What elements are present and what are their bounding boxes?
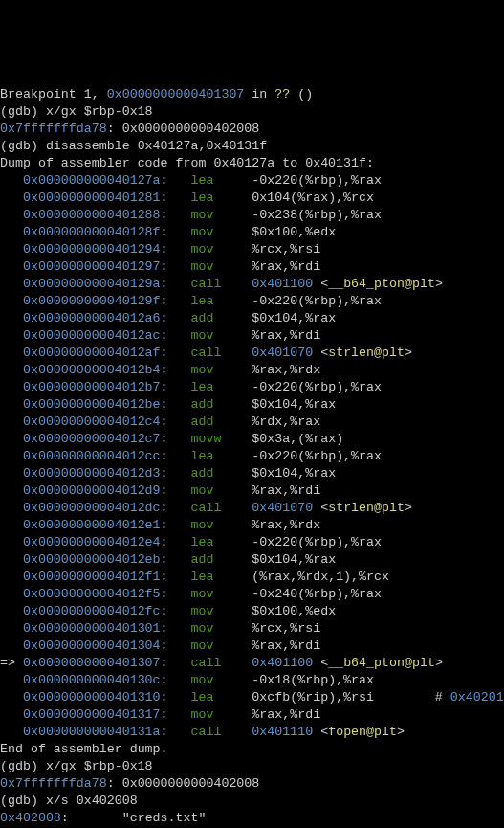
instruction-mnemonic: add	[191, 311, 222, 325]
instruction-address: 0x00000000004012ac	[23, 328, 161, 343]
asm-line: 0x000000000040129a: call 0x401100 <__b64…	[0, 276, 504, 293]
asm-line: 0x0000000000401281: lea 0x104(%rax),%rcx	[0, 190, 504, 207]
asm-line: 0x00000000004012eb: add $0x104,%rax	[0, 551, 504, 569]
instruction-operands: -0x220(%rbp),%rax	[252, 380, 382, 394]
instruction-gutter	[0, 449, 23, 463]
instruction-mnemonic: mov	[191, 621, 222, 636]
asm-line: 0x0000000000401310: lea 0xcfb(%rip),%rsi…	[0, 689, 504, 706]
instruction-mnemonic: lea	[191, 535, 222, 549]
asm-line: 0x00000000004012fc: mov $0x100,%edx	[0, 603, 504, 620]
disassembly-header: Dump of assembler code from 0x40127a to …	[0, 156, 374, 170]
memory-read-line: 0x402008: "creds.txt"	[0, 810, 504, 827]
terminal-output: Breakpoint 1, 0x0000000000401307 in ?? (…	[0, 86, 504, 828]
gdb-command: x/gx $rbp-0x18	[46, 104, 153, 119]
asm-line: 0x000000000040130c: mov -0x18(%rbp),%rax	[0, 672, 504, 689]
asm-line: 0x0000000000401297: mov %rax,%rdi	[0, 258, 504, 276]
instruction-mnemonic: lea	[191, 449, 222, 463]
instruction-operands: $0x3a,(%rax)	[252, 432, 343, 446]
instruction-operands: -0x220(%rbp),%rax	[252, 294, 382, 308]
instruction-mnemonic: call	[191, 725, 222, 739]
gdb-command-line: (gdb) x/gx $rbp-0x18	[0, 103, 504, 121]
instruction-gutter	[0, 414, 23, 429]
gdb-command: x/s 0x402008	[46, 794, 138, 808]
instruction-gutter	[0, 432, 23, 446]
disassembly-header-line: Dump of assembler code from 0x40127a to …	[0, 155, 504, 172]
call-target-address: 0x401100	[252, 277, 313, 291]
asm-line: 0x00000000004012cc: lea -0x220(%rbp),%ra…	[0, 448, 504, 465]
call-target-symbol: fopen@plt	[328, 725, 397, 739]
gdb-prompt: (gdb)	[0, 759, 46, 773]
instruction-gutter	[0, 311, 23, 325]
instruction-address: 0x00000000004012be	[23, 397, 161, 412]
instruction-address: 0x0000000000401281	[23, 190, 161, 205]
instruction-gutter	[0, 604, 23, 618]
instruction-mnemonic: mov	[191, 587, 222, 601]
instruction-mnemonic: mov	[191, 225, 222, 239]
call-target-address: 0x401100	[252, 656, 313, 670]
instruction-operands: %rax,%rdi	[252, 707, 320, 722]
instruction-address: 0x00000000004012f5	[23, 587, 161, 601]
instruction-mnemonic: mov	[191, 242, 222, 257]
instruction-operands: %rax,%rdi	[252, 483, 320, 498]
instruction-operands: -0x220(%rbp),%rax	[252, 535, 382, 549]
instruction-gutter	[0, 621, 23, 636]
memory-address: 0x402008	[0, 811, 61, 825]
instruction-address: 0x000000000040129f	[23, 294, 161, 308]
instruction-operands: (%rax,%rdx,1),%rcx	[252, 570, 389, 584]
gdb-command: x/gx $rbp-0x18	[46, 759, 153, 773]
current-instruction-marker: =>	[0, 656, 23, 670]
instruction-address: 0x0000000000401288	[23, 208, 161, 222]
memory-value: : 0x0000000000402008	[107, 122, 260, 136]
instruction-operands: %rax,%rdi	[252, 259, 320, 274]
instruction-mnemonic: lea	[191, 380, 222, 394]
instruction-gutter	[0, 346, 23, 360]
instruction-gutter	[0, 638, 23, 653]
instruction-address: 0x00000000004012af	[23, 346, 161, 360]
asm-line: 0x00000000004012be: add $0x104,%rax	[0, 396, 504, 414]
instruction-operands: -0x240(%rbp),%rax	[252, 587, 382, 601]
instruction-mnemonic: call	[191, 501, 222, 515]
instruction-address: 0x000000000040128f	[23, 225, 161, 239]
asm-line: 0x000000000040127a: lea -0x220(%rbp),%ra…	[0, 172, 504, 190]
call-target-address: 0x401070	[252, 501, 313, 515]
instruction-mnemonic: mov	[191, 483, 222, 498]
instruction-mnemonic: lea	[191, 294, 222, 308]
gdb-prompt: (gdb)	[0, 104, 46, 119]
asm-line: 0x00000000004012e4: lea -0x220(%rbp),%ra…	[0, 534, 504, 551]
instruction-address: 0x0000000000401301	[23, 621, 161, 636]
instruction-operands: $0x100,%edx	[252, 604, 336, 618]
asm-line: 0x000000000040129f: lea -0x220(%rbp),%ra…	[0, 293, 504, 310]
asm-line: 0x0000000000401317: mov %rax,%rdi	[0, 706, 504, 724]
instruction-operands: $0x104,%rax	[252, 311, 336, 325]
instruction-mnemonic: movw	[191, 432, 222, 446]
instruction-address: 0x000000000040129a	[23, 277, 161, 291]
instruction-gutter	[0, 690, 23, 705]
call-target-address: 0x401070	[252, 346, 313, 360]
instruction-mnemonic: lea	[191, 190, 222, 205]
instruction-mnemonic: call	[191, 346, 222, 360]
instruction-gutter	[0, 190, 23, 205]
unknown-symbol: ??	[274, 87, 290, 101]
call-target-symbol: strlen@plt	[328, 501, 405, 515]
instruction-operands: -0x18(%rbp),%rax	[252, 673, 374, 687]
call-target-symbol: __b64_pton@plt	[328, 277, 435, 291]
instruction-operands: $0x104,%rax	[252, 552, 336, 567]
instruction-gutter	[0, 259, 23, 274]
instruction-address: 0x00000000004012b4	[23, 363, 161, 377]
breakpoint-label: Breakpoint 1,	[0, 87, 107, 101]
instruction-gutter	[0, 552, 23, 567]
asm-line: 0x0000000000401294: mov %rcx,%rsi	[0, 241, 504, 258]
instruction-address: 0x00000000004012fc	[23, 604, 161, 618]
instruction-address: 0x0000000000401317	[23, 707, 161, 722]
instruction-mnemonic: mov	[191, 707, 222, 722]
memory-address: 0x7fffffffda78	[0, 122, 107, 136]
asm-line: 0x0000000000401301: mov %rcx,%rsi	[0, 620, 504, 638]
instruction-address: 0x00000000004012c4	[23, 414, 161, 429]
instruction-gutter	[0, 225, 23, 239]
instruction-address: 0x00000000004012b7	[23, 380, 161, 394]
instruction-mnemonic: mov	[191, 208, 222, 222]
instruction-gutter	[0, 570, 23, 584]
asm-line: 0x00000000004012f1: lea (%rax,%rdx,1),%r…	[0, 569, 504, 586]
instruction-mnemonic: call	[191, 277, 222, 291]
instruction-address: 0x00000000004012dc	[23, 501, 161, 515]
